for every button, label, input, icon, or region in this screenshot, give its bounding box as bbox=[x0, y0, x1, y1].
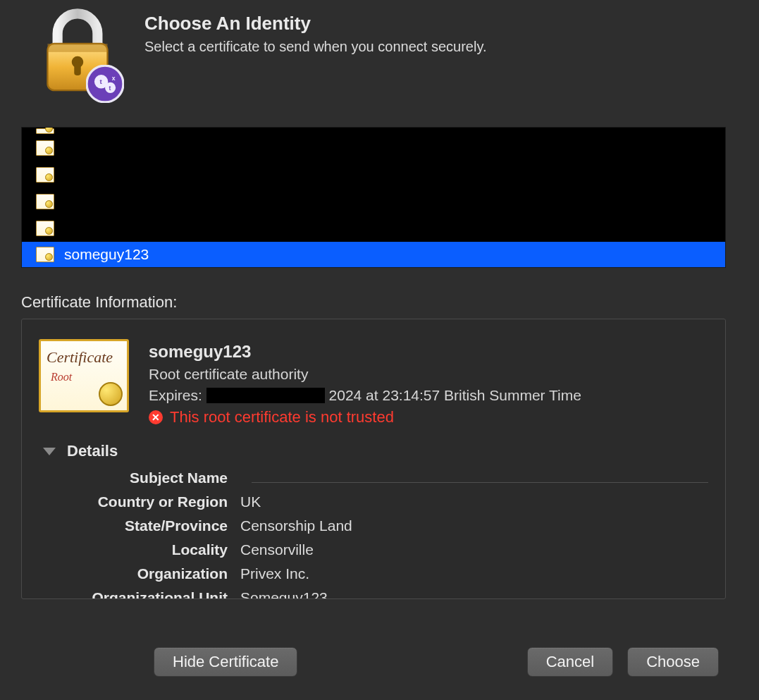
details-disclosure[interactable]: Details bbox=[39, 442, 708, 460]
list-item-label: someguy123 bbox=[64, 246, 149, 263]
certificate-icon bbox=[36, 128, 54, 134]
sheet-footer: Hide Certificate Cancel Choose bbox=[0, 647, 747, 677]
sheet-header: t t x Choose An Identity Select a certif… bbox=[0, 7, 747, 113]
list-item[interactable] bbox=[22, 215, 725, 242]
redacted-date bbox=[206, 388, 325, 403]
list-item[interactable] bbox=[22, 188, 725, 215]
list-item[interactable] bbox=[22, 135, 725, 161]
certificate-icon bbox=[36, 140, 54, 156]
table-row: Organizational Unit Someguy123 bbox=[39, 586, 708, 599]
identity-chooser-sheet: t t x Choose An Identity Select a certif… bbox=[0, 0, 747, 691]
certificate-large-icon: Certificate Root bbox=[39, 339, 129, 412]
certificate-icon bbox=[36, 194, 54, 209]
textual-app-badge-icon: t t x bbox=[86, 65, 124, 103]
table-row: Locality Censorville bbox=[39, 538, 708, 562]
svg-text:x: x bbox=[112, 75, 116, 82]
sheet-title: Choose An Identity bbox=[144, 13, 486, 35]
certificate-info-label: Certificate Information: bbox=[21, 293, 726, 312]
lock-icon: t t x bbox=[35, 7, 120, 99]
svg-rect-1 bbox=[47, 44, 107, 52]
svg-text:t: t bbox=[109, 85, 111, 92]
list-item[interactable] bbox=[22, 128, 725, 135]
table-row: Country or Region UK bbox=[39, 490, 708, 514]
certificate-icon bbox=[36, 167, 54, 183]
list-item[interactable] bbox=[22, 161, 725, 188]
details-table: Subject Name Country or Region UK State/… bbox=[39, 466, 708, 599]
list-item-selected[interactable]: someguy123 bbox=[22, 242, 725, 267]
chevron-down-icon bbox=[43, 448, 56, 455]
certificate-icon bbox=[36, 221, 54, 236]
sheet-subtitle: Select a certificate to send when you co… bbox=[144, 39, 486, 55]
svg-rect-3 bbox=[74, 62, 80, 75]
subject-name-heading: Subject Name bbox=[39, 469, 240, 486]
identity-list[interactable]: someguy123 bbox=[21, 127, 726, 268]
certificate-name: someguy123 bbox=[149, 342, 581, 362]
certificate-type: Root certificate authority bbox=[149, 366, 581, 383]
certificate-info-panel: Certificate Root someguy123 Root certifi… bbox=[21, 319, 726, 599]
error-icon: ✕ bbox=[149, 410, 163, 424]
certificate-icon bbox=[36, 247, 54, 262]
hide-certificate-button[interactable]: Hide Certificate bbox=[154, 647, 297, 677]
cancel-button[interactable]: Cancel bbox=[527, 647, 613, 677]
table-row: State/Province Censorship Land bbox=[39, 514, 708, 538]
table-row: Organization Privex Inc. bbox=[39, 562, 708, 586]
certificate-trust-status: ✕ This root certificate is not trusted bbox=[149, 408, 581, 426]
choose-button[interactable]: Choose bbox=[627, 647, 719, 677]
certificate-expiry: Expires: 2024 at 23:14:57 British Summer… bbox=[149, 387, 581, 404]
